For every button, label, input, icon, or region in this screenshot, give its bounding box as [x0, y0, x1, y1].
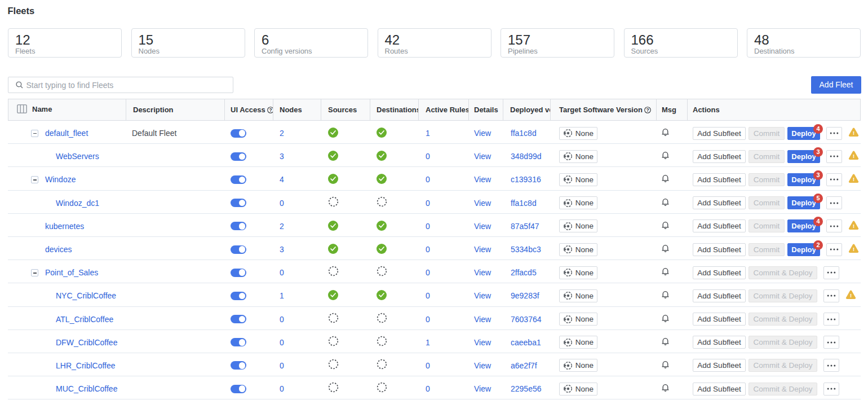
svg-text:?: ? [646, 107, 649, 113]
svg-text:!: ! [853, 130, 854, 136]
svg-text:!: ! [853, 246, 854, 252]
svg-text:?: ? [269, 107, 272, 113]
svg-text:!: ! [850, 293, 852, 299]
svg-text:!: ! [853, 153, 854, 159]
svg-text:!: ! [853, 223, 854, 229]
svg-text:!: ! [853, 177, 854, 183]
